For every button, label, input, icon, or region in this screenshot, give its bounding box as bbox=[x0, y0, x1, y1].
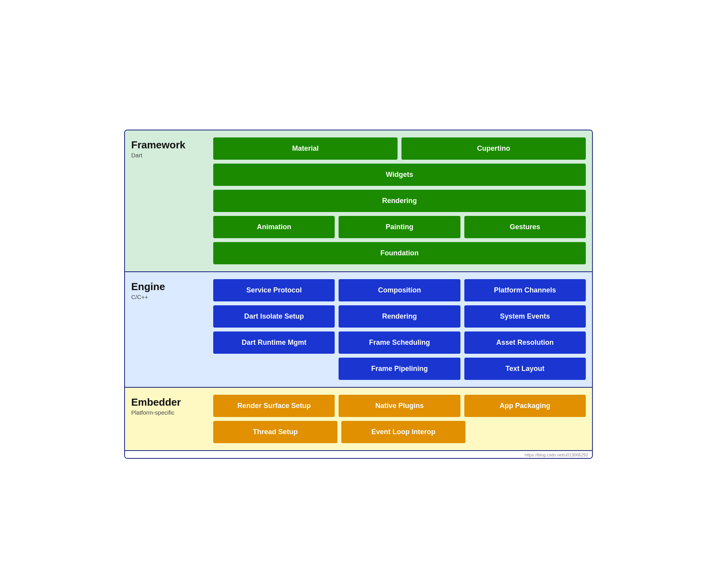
chip-system-events: System Events bbox=[464, 305, 586, 328]
framework-subtitle: Dart bbox=[131, 152, 209, 159]
engine-row-1: Service Protocol Composition Platform Ch… bbox=[213, 279, 586, 301]
framework-row-2: Widgets bbox=[213, 164, 586, 186]
embedder-row-1: Render Surface Setup Native Plugins App … bbox=[213, 395, 586, 417]
chip-text-layout: Text Layout bbox=[464, 358, 586, 380]
engine-content: Service Protocol Composition Platform Ch… bbox=[213, 279, 586, 380]
chip-painting: Painting bbox=[339, 216, 460, 238]
flutter-architecture-diagram: Framework Dart Material Cupertino Widget… bbox=[124, 130, 593, 459]
chip-platform-channels: Platform Channels bbox=[464, 279, 586, 301]
chip-rendering-fw: Rendering bbox=[213, 190, 586, 212]
chip-cupertino: Cupertino bbox=[401, 137, 586, 160]
framework-section: Framework Dart Material Cupertino Widget… bbox=[125, 130, 592, 272]
embedder-title: Embedder bbox=[131, 396, 209, 408]
engine-subtitle: C/C++ bbox=[131, 294, 209, 300]
engine-title: Engine bbox=[131, 281, 209, 293]
framework-title: Framework bbox=[131, 139, 209, 151]
embedder-subtitle: Platform-specific bbox=[131, 409, 209, 416]
chip-dart-isolate-setup: Dart Isolate Setup bbox=[213, 305, 335, 328]
chip-widgets: Widgets bbox=[213, 164, 586, 186]
chip-thread-setup: Thread Setup bbox=[213, 421, 337, 443]
chip-service-protocol: Service Protocol bbox=[213, 279, 335, 301]
chip-render-surface-setup: Render Surface Setup bbox=[213, 395, 335, 417]
chip-frame-scheduling: Frame Scheduling bbox=[339, 331, 460, 354]
embedder-row-2: Thread Setup Event Loop Interop bbox=[213, 421, 586, 443]
chip-app-packaging: App Packaging bbox=[464, 395, 586, 417]
chip-foundation: Foundation bbox=[213, 242, 586, 264]
watermark: https://blog.csdn.net/u013066292 bbox=[125, 451, 592, 458]
chip-empty bbox=[213, 358, 335, 380]
framework-label: Framework Dart bbox=[131, 137, 209, 264]
engine-section: Engine C/C++ Service Protocol Compositio… bbox=[125, 272, 592, 388]
chip-rendering-engine: Rendering bbox=[339, 305, 460, 328]
embedder-label: Embedder Platform-specific bbox=[131, 395, 209, 443]
framework-content: Material Cupertino Widgets Rendering Ani… bbox=[213, 137, 586, 264]
engine-row-4: Frame Pipelining Text Layout bbox=[213, 358, 586, 380]
chip-asset-resolution: Asset Resolution bbox=[464, 331, 586, 354]
embedder-spacer bbox=[469, 421, 586, 443]
chip-material: Material bbox=[213, 137, 398, 160]
embedder-content: Render Surface Setup Native Plugins App … bbox=[213, 395, 586, 443]
engine-label: Engine C/C++ bbox=[131, 279, 209, 380]
chip-dart-runtime-mgmt: Dart Runtime Mgmt bbox=[213, 331, 335, 354]
chip-native-plugins: Native Plugins bbox=[339, 395, 460, 417]
chip-event-loop-interop: Event Loop Interop bbox=[341, 421, 466, 443]
chip-animation: Animation bbox=[213, 216, 335, 238]
chip-frame-pipelining: Frame Pipelining bbox=[339, 358, 460, 380]
chip-gestures: Gestures bbox=[464, 216, 586, 238]
framework-row-1: Material Cupertino bbox=[213, 137, 586, 160]
engine-row-2: Dart Isolate Setup Rendering System Even… bbox=[213, 305, 586, 328]
engine-row-3: Dart Runtime Mgmt Frame Scheduling Asset… bbox=[213, 331, 586, 354]
embedder-section: Embedder Platform-specific Render Surfac… bbox=[125, 388, 592, 451]
framework-row-3: Rendering bbox=[213, 190, 586, 212]
chip-composition: Composition bbox=[339, 279, 460, 301]
framework-row-4: Animation Painting Gestures bbox=[213, 216, 586, 238]
framework-row-5: Foundation bbox=[213, 242, 586, 264]
